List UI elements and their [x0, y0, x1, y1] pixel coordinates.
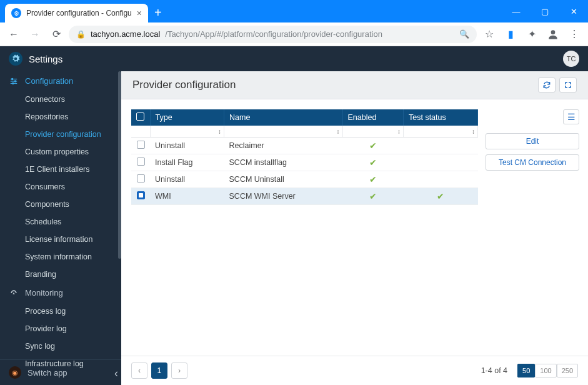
check-icon: ✔ [347, 174, 398, 184]
cell-test [404, 138, 478, 154]
check-icon: ✔ [409, 191, 473, 201]
svg-point-5 [14, 80, 16, 81]
col-enabled[interactable]: Enabled [342, 109, 403, 126]
sidebar-item-custom-properties[interactable]: Custom properties [0, 143, 121, 161]
cell-name: SCCM Uninstall [224, 171, 343, 188]
new-tab-button[interactable]: + [154, 6, 162, 20]
content-area: Provider configuration Type Name [121, 71, 588, 385]
browser-tab[interactable]: ⚙ Provider configuration - Configu × [5, 4, 148, 22]
profile-button[interactable] [544, 26, 562, 43]
page-size-250[interactable]: 250 [557, 364, 578, 378]
next-page-button[interactable]: › [171, 362, 187, 379]
tab-favicon: ⚙ [11, 8, 21, 18]
lock-icon: 🔒 [76, 30, 86, 39]
col-test[interactable]: Test status [404, 109, 478, 126]
test-connection-button[interactable]: Test CM Connection [486, 154, 579, 171]
sidebar-item-provider-configuration[interactable]: Provider configuration [0, 126, 121, 143]
zoom-icon[interactable]: 🔍 [459, 29, 469, 39]
sidebar-item-connectors[interactable]: Connectors [0, 91, 121, 108]
app-header: Settings TC [0, 46, 588, 71]
sidebar-group-monitoring[interactable]: Monitoring [0, 283, 121, 302]
cell-enabled: ✔ [342, 154, 403, 171]
bookmark-button[interactable]: ☆ [481, 26, 498, 43]
svg-point-4 [12, 78, 13, 79]
gauge-icon [9, 289, 19, 298]
table-row[interactable]: Install FlagSCCM installflag✔ [131, 154, 478, 171]
window-controls: — ▢ ✕ [502, 0, 588, 22]
extensions-button[interactable]: ✦ [523, 26, 541, 43]
main-layout: Configuration ConnectorsRepositoriesProv… [0, 71, 588, 385]
hamburger-menu-button[interactable]: ☰ [563, 109, 579, 124]
row-checkbox[interactable] [137, 158, 145, 166]
edit-button[interactable]: Edit [486, 133, 579, 149]
sort-name[interactable]: ↕ [224, 126, 343, 138]
row-checkbox[interactable] [137, 141, 145, 149]
collapse-sidebar-button[interactable]: ‹ [110, 367, 121, 380]
table-row[interactable]: UninstallSCCM Uninstall✔ [131, 171, 478, 188]
sidebar-item-1e-client-installers[interactable]: 1E Client installers [0, 161, 121, 178]
sliders-icon [9, 77, 19, 86]
chat-icon[interactable]: ▮ [502, 26, 519, 43]
table-panel: Type Name Enabled Test status ↕ ↕ ↕ ↕ [131, 109, 478, 349]
sort-type[interactable]: ↕ [150, 126, 224, 138]
cell-enabled: ✔ [342, 138, 403, 154]
address-bar[interactable]: 🔒 tachyon.acme.local/Tachyon/App/#/platf… [69, 26, 477, 43]
select-all-header[interactable] [131, 109, 150, 126]
pagination-bar: ‹ 1 › 1-4 of 4 50100250 [121, 356, 588, 385]
cell-test [404, 171, 478, 188]
sidebar-item-license-information[interactable]: License information [0, 231, 121, 248]
sidebar-group-label: Monitoring [25, 288, 63, 298]
user-avatar[interactable]: TC [563, 51, 579, 67]
sidebar-group-configuration[interactable]: Configuration [0, 71, 121, 91]
row-checkbox[interactable] [137, 191, 145, 199]
back-button[interactable]: ← [5, 26, 22, 43]
cell-type: Uninstall [150, 138, 224, 154]
sidebar: Configuration ConnectorsRepositoriesProv… [0, 71, 121, 385]
svg-point-6 [12, 82, 14, 84]
table-row[interactable]: UninstallReclaimer✔ [131, 138, 478, 154]
cell-test: ✔ [404, 188, 478, 205]
sidebar-item-process-log[interactable]: Process log [0, 302, 121, 320]
sort-enabled[interactable]: ↕ [342, 126, 403, 138]
sidebar-item-provider-log[interactable]: Provider log [0, 320, 121, 338]
action-panel: ☰ Edit Test CM Connection [486, 109, 579, 349]
kebab-menu-button[interactable]: ⋮ [566, 26, 583, 43]
sidebar-item-sync-log[interactable]: Sync log [0, 338, 121, 355]
tab-title: Provider configuration - Configu [26, 9, 132, 18]
close-tab-icon[interactable]: × [137, 8, 142, 18]
pager-info: 1-4 of 4 [481, 366, 507, 375]
providers-table: Type Name Enabled Test status ↕ ↕ ↕ ↕ [131, 109, 478, 205]
maximize-button[interactable]: ▢ [531, 0, 559, 22]
reload-button[interactable]: ⟳ [47, 26, 65, 43]
sidebar-item-components[interactable]: Components [0, 196, 121, 213]
close-window-button[interactable]: ✕ [559, 0, 588, 22]
sidebar-group-label: Configuration [25, 76, 73, 86]
row-checkbox[interactable] [137, 174, 145, 182]
url-path: /Tachyon/App/#/platform/configuration/pr… [165, 29, 382, 39]
sidebar-item-schedules[interactable]: Schedules [0, 213, 121, 231]
sidebar-item-repositories[interactable]: Repositories [0, 108, 121, 126]
check-icon: ✔ [347, 191, 398, 201]
cell-name: SCCM WMI Server [224, 188, 343, 205]
refresh-button[interactable] [538, 78, 556, 92]
browser-titlebar: ⚙ Provider configuration - Configu × + —… [0, 0, 588, 22]
page-size-100[interactable]: 100 [535, 364, 556, 378]
fullscreen-button[interactable] [559, 78, 577, 92]
minimize-button[interactable]: — [502, 0, 531, 22]
page-size-50[interactable]: 50 [517, 364, 535, 378]
body-area: Type Name Enabled Test status ↕ ↕ ↕ ↕ [121, 99, 588, 356]
sidebar-item-consumers[interactable]: Consumers [0, 178, 121, 196]
table-row[interactable]: WMISCCM WMI Server✔✔ [131, 188, 478, 205]
browser-toolbar: ← → ⟳ 🔒 tachyon.acme.local/Tachyon/App/#… [0, 22, 588, 46]
sort-test[interactable]: ↕ [404, 126, 478, 138]
page-1-button[interactable]: 1 [151, 362, 167, 379]
col-type[interactable]: Type [150, 109, 224, 126]
forward-button[interactable]: → [26, 26, 44, 43]
prev-page-button[interactable]: ‹ [131, 362, 147, 379]
sidebar-item-system-information[interactable]: System information [0, 248, 121, 266]
sidebar-item-branding[interactable]: Branding [0, 266, 121, 283]
switch-app-button[interactable]: ◉ Switch app [0, 359, 121, 385]
app-title: Settings [29, 54, 62, 64]
cell-test [404, 154, 478, 171]
col-name[interactable]: Name [224, 109, 343, 126]
